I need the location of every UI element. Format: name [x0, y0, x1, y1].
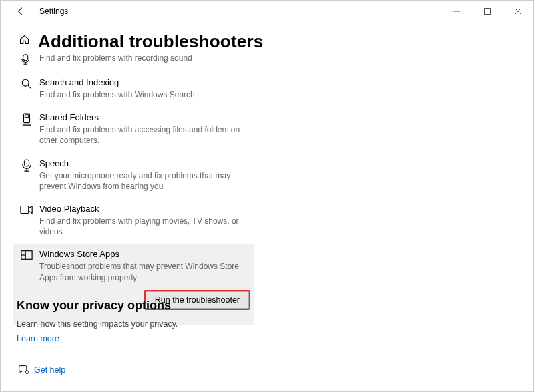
- troubleshooter-shared-folders[interactable]: Shared Folders Find and fix problems wit…: [13, 107, 254, 152]
- troubleshooter-name: Windows Store Apps: [39, 249, 250, 259]
- troubleshooter-recording[interactable]: Find and fix problems with recording sou…: [13, 51, 254, 72]
- troubleshooter-name: Search and Indexing: [39, 77, 250, 87]
- minimize-button[interactable]: [441, 1, 472, 22]
- page-title: Additional troubleshooters: [38, 31, 263, 52]
- learn-more-link[interactable]: Learn more: [17, 334, 178, 343]
- troubleshooter-name: Video Playback: [39, 204, 250, 214]
- privacy-subtext: Learn how this setting impacts your priv…: [17, 319, 178, 329]
- maximize-icon: [484, 8, 491, 15]
- microphone-badge-icon: [17, 53, 37, 65]
- troubleshooter-desc: Find and fix problems with playing movie…: [39, 216, 250, 237]
- home-icon: [19, 34, 30, 45]
- troubleshooter-desc: Find and fix problems with Windows Searc…: [39, 89, 250, 100]
- home-row: [17, 34, 31, 45]
- troubleshooter-desc: Find and fix problems with recording sou…: [39, 53, 250, 63]
- microphone-icon: [17, 158, 37, 192]
- troubleshooter-name: Speech: [39, 158, 250, 168]
- privacy-section: Know your privacy options Learn how this…: [17, 299, 178, 343]
- get-help-link[interactable]: Get help: [34, 365, 65, 375]
- window-controls: [441, 1, 533, 22]
- troubleshooter-desc: Troubleshoot problems that may prevent W…: [39, 261, 250, 282]
- troubleshooter-video-playback[interactable]: Video Playback Find and fix problems wit…: [13, 198, 254, 244]
- svg-rect-5: [25, 115, 28, 118]
- svg-point-11: [25, 371, 29, 374]
- svg-point-3: [22, 79, 29, 86]
- maximize-button[interactable]: [472, 1, 503, 22]
- troubleshooter-store-apps[interactable]: Windows Store Apps Troubleshoot problems…: [13, 244, 254, 289]
- troubleshooter-speech[interactable]: Speech Get your microphone ready and fix…: [13, 153, 254, 198]
- help-icon: [17, 365, 30, 375]
- get-help-row: Get help: [17, 365, 65, 375]
- troubleshooter-search[interactable]: Search and Indexing Find and fix problem…: [13, 72, 254, 107]
- troubleshooter-list: Find and fix problems with recording sou…: [13, 51, 254, 325]
- apps-icon: [17, 249, 37, 282]
- window-title: Settings: [39, 7, 68, 16]
- svg-rect-6: [24, 160, 29, 166]
- computer-icon: [17, 112, 37, 146]
- troubleshooter-desc: Get your microphone ready and fix proble…: [39, 170, 250, 192]
- arrow-left-icon: [16, 7, 25, 16]
- close-button[interactable]: [503, 1, 533, 22]
- svg-rect-7: [21, 206, 29, 213]
- video-icon: [17, 204, 37, 237]
- search-icon: [17, 77, 37, 100]
- privacy-heading: Know your privacy options: [17, 299, 178, 313]
- home-button[interactable]: [17, 34, 31, 45]
- svg-rect-1: [485, 9, 491, 15]
- close-icon: [515, 8, 521, 15]
- minimize-icon: [453, 8, 460, 15]
- troubleshooter-name: Shared Folders: [39, 112, 250, 122]
- back-button[interactable]: [13, 7, 29, 16]
- svg-rect-2: [23, 55, 28, 61]
- troubleshooter-desc: Find and fix problems with accessing fil…: [39, 124, 250, 146]
